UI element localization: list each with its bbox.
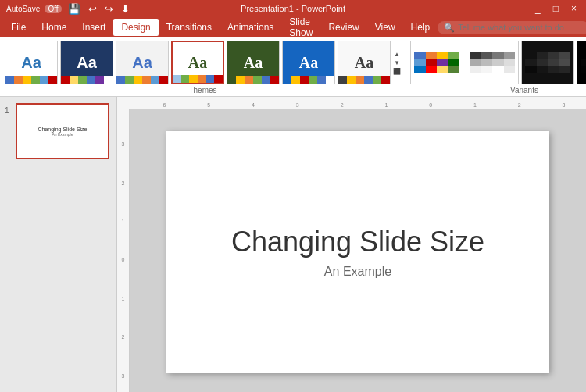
themes-more[interactable]: ⬛ (393, 68, 401, 75)
menu-insert[interactable]: Insert (74, 19, 113, 36)
menu-design[interactable]: Design (113, 19, 158, 36)
redo-icon[interactable]: ↪ (103, 3, 115, 15)
variant-1[interactable] (410, 41, 463, 84)
slide-1-container: 1 Changing Slide Size An Example (5, 103, 112, 159)
menu-transitions[interactable]: Transitions (159, 19, 220, 36)
ruler-left-marks: 3 2 1 0 1 2 3 (122, 125, 125, 392)
theme-feathered[interactable]: Aa (171, 41, 224, 84)
variant-2[interactable] (466, 41, 519, 84)
close-button[interactable]: × (568, 3, 580, 14)
themes-label: Themes (5, 84, 401, 96)
menu-home[interactable]: Home (34, 19, 74, 36)
themes-scroll-arrows: ▲ ▼ ⬛ (393, 41, 401, 84)
customize-icon[interactable]: ⬇ (120, 3, 131, 15)
ribbon: Aa Aa (0, 37, 586, 97)
main-area: 1 Changing Slide Size An Example 6 5 4 3… (0, 97, 586, 392)
slide-title: Changing Slide Size (231, 226, 484, 258)
slides-panel: 1 Changing Slide Size An Example (0, 97, 117, 392)
slide-content: Changing Slide Size An Example (166, 131, 549, 373)
themes-row: Aa Aa (5, 41, 401, 84)
themes-scroll-up[interactable]: ▲ (394, 51, 400, 58)
slide-canvas[interactable]: Changing Slide Size An Example (130, 109, 586, 392)
variants-label: Variants (410, 84, 586, 96)
menu-view[interactable]: View (367, 19, 403, 36)
themes-group: Aa Aa (5, 41, 401, 96)
autosave-label: AutoSave (6, 5, 40, 13)
menu-slideshow[interactable]: Slide Show (281, 13, 320, 41)
slide-subtitle: An Example (324, 265, 391, 279)
maximize-button[interactable]: □ (550, 3, 562, 14)
ruler-top: 6 5 4 3 2 1 0 1 2 3 (117, 97, 586, 109)
variants-row: ▲ ▼ (410, 41, 586, 84)
search-icon: 🔍 (444, 23, 455, 33)
canvas-body: 3 2 1 0 1 2 3 Changing Slide Size An Exa… (117, 109, 586, 392)
menu-file[interactable]: File (3, 19, 34, 36)
theme-office-dark[interactable]: Aa (60, 41, 113, 84)
theme-integral[interactable]: Aa (227, 41, 280, 84)
minimize-button[interactable]: _ (532, 3, 544, 14)
variants-group: ▲ ▼ Variants (410, 41, 586, 96)
slide-thumb-title: Changing Slide Size (38, 127, 87, 132)
theme-facet[interactable]: Aa (116, 41, 169, 84)
save-icon[interactable]: 💾 (66, 3, 82, 15)
menu-bar: File Home Insert Design Transitions Anim… (0, 17, 586, 37)
variant-3[interactable] (521, 41, 574, 84)
themes-scroll-down[interactable]: ▼ (394, 59, 400, 66)
title-bar-left: AutoSave Off 💾 ↩ ↪ ⬇ (6, 3, 131, 15)
slide-thumbnail-1[interactable]: Changing Slide Size An Example (16, 103, 109, 159)
slide-number-1: 1 (5, 103, 13, 115)
menu-review[interactable]: Review (320, 19, 366, 36)
theme-metropolis[interactable]: Aa (338, 41, 391, 84)
menu-animations[interactable]: Animations (220, 19, 281, 36)
canvas-area: 6 5 4 3 2 1 0 1 2 3 3 2 1 0 (117, 97, 586, 392)
window-title: Presentation1 - PowerPoint (241, 4, 345, 13)
theme-office[interactable]: Aa (5, 41, 58, 84)
theme-ion[interactable]: Aa (282, 41, 335, 84)
slide-thumb-subtitle: An Example (52, 132, 73, 137)
autosave-toggle[interactable]: Off (45, 5, 61, 13)
menu-help[interactable]: Help (403, 19, 438, 36)
search-input[interactable] (458, 23, 583, 32)
variant-4[interactable] (577, 41, 586, 84)
window-controls[interactable]: _ □ × (532, 3, 580, 14)
ruler-left: 3 2 1 0 1 2 3 (117, 109, 130, 392)
ruler-top-marks: 6 5 4 3 2 1 0 1 2 3 (142, 102, 586, 109)
undo-icon[interactable]: ↩ (87, 3, 98, 15)
